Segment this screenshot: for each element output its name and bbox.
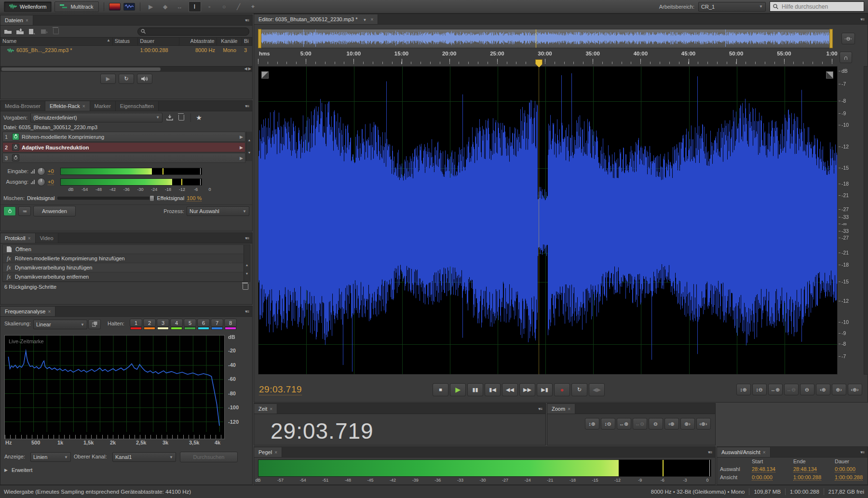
snap-magnet-button[interactable]: ∩ (840, 52, 852, 63)
top-channel-select[interactable]: Kanal1▼ (112, 452, 176, 462)
panel-menu-icon[interactable]: ▾≡ (242, 15, 252, 25)
mix-value[interactable]: 100 % (187, 195, 202, 202)
selection-start[interactable]: 28:48.134 (752, 466, 775, 472)
mix-slider[interactable] (57, 197, 155, 200)
panel-menu-icon[interactable]: ▾≡ (705, 447, 715, 457)
history-item[interactable]: Öffnen (3, 245, 250, 254)
panel-zoom-selection-button[interactable]: ‹⊕› (696, 418, 711, 430)
corner-grabber-icon[interactable] (826, 71, 833, 79)
clear-history-icon[interactable] (243, 284, 248, 290)
tab-effekte-rack[interactable]: Effekte-Rack× (45, 101, 90, 111)
scaling-select[interactable]: Linear▼ (33, 320, 87, 329)
copy-graph-button[interactable] (88, 319, 101, 329)
close-icon[interactable]: × (274, 450, 277, 455)
history-item[interactable]: fxDynamikverarbeitung entfernen (3, 272, 250, 282)
tab-dateien[interactable]: Dateien× (0, 15, 33, 25)
hold-button-3[interactable]: 3 (157, 319, 168, 326)
new-file-icon[interactable] (27, 28, 36, 35)
play-button[interactable]: ▶ (450, 383, 466, 396)
workspace-select[interactable]: CR_1 ▼ (698, 2, 766, 12)
fast-forward-button[interactable]: ▶▶ (519, 383, 535, 396)
close-icon[interactable]: × (82, 104, 85, 109)
output-gain-knob[interactable] (37, 178, 45, 186)
panel-zoom-out-time-button[interactable]: ↔⊖ (633, 418, 647, 430)
zoom-out-point-button[interactable]: ⊕› (832, 384, 846, 395)
close-icon[interactable]: × (28, 236, 31, 241)
chevron-down-icon[interactable]: ▼ (363, 18, 367, 22)
hold-button-8[interactable]: 8 (224, 319, 236, 326)
slip-tool[interactable]: ↔ (174, 2, 186, 12)
loop-playback-button[interactable]: ↻ (571, 383, 587, 396)
waveform-view-button[interactable]: Wellenform (4, 1, 52, 12)
hold-button-4[interactable]: 4 (170, 319, 182, 326)
tab-zeit[interactable]: Zeit× (254, 404, 277, 414)
waveform-display-button[interactable] (123, 2, 135, 12)
overview-left-handle[interactable] (258, 29, 261, 48)
spectral-display-button[interactable] (109, 2, 121, 12)
zoom-reset-button[interactable]: ⊖ (800, 384, 814, 395)
output-gain-value[interactable]: +0 (48, 179, 54, 185)
overview-right-handle[interactable] (829, 29, 833, 48)
input-gain-value[interactable]: +0 (48, 168, 54, 175)
input-gain-knob[interactable] (37, 167, 45, 175)
chevron-right-icon[interactable]: ▶ (240, 135, 243, 139)
hold-button-2[interactable]: 2 (143, 319, 155, 326)
timeline-ruler[interactable]: hms 5:0010:0015:0020:0025:0030:0035:0040… (258, 51, 837, 65)
open-file-icon[interactable] (3, 28, 12, 35)
lasso-selection-tool[interactable]: ○ (218, 2, 230, 12)
waveform-display[interactable] (258, 66, 838, 375)
loop-preview-button[interactable]: ↻ (119, 74, 134, 84)
pause-button[interactable]: ▮▮ (467, 383, 483, 396)
insert-multitrack-icon[interactable] (40, 28, 48, 35)
effects-scrollbar[interactable]: ▲▼ (246, 132, 252, 161)
current-time-display[interactable]: 29:03.719 (259, 384, 302, 395)
move-tool[interactable]: ▶ (145, 2, 157, 12)
view-duration[interactable]: 1:00:00.288 (835, 474, 863, 481)
panel-zoom-out-point-button[interactable]: ⊕› (680, 418, 695, 430)
razor-tool[interactable]: ◆ (160, 2, 171, 12)
tab-frequenzanalyse[interactable]: Frequenzanalyse× (0, 307, 55, 316)
panel-zoom-in-time-button[interactable]: ↔⊕ (617, 418, 631, 430)
tab-eigenschaften[interactable]: Eigenschaften (116, 101, 159, 111)
effect-slot-3[interactable]: 3 ▶ (2, 153, 245, 163)
amplitude-ruler[interactable]: dB-7-8-9-10-12-15-18-21-27-33-∞-33-27-21… (839, 66, 864, 374)
tab-auswahl-ansicht[interactable]: Auswahl/Ansicht× (717, 447, 771, 457)
close-icon[interactable]: × (568, 406, 570, 412)
zoom-in-point-button[interactable]: ‹⊕ (816, 384, 830, 395)
advanced-row[interactable]: ▶ Erweitert (4, 467, 32, 473)
selection-duration[interactable]: 0:00.000 (835, 466, 855, 472)
delete-file-icon[interactable] (52, 28, 60, 35)
multitrack-view-button[interactable]: Multitrack (54, 1, 98, 12)
history-item[interactable]: fxRöhren-modellierte Komprimierung hinzu… (3, 254, 250, 263)
effect-slot-2[interactable]: 2 Adaptive Rauschreduktion ▶ (2, 142, 245, 152)
close-icon[interactable]: × (26, 18, 28, 23)
close-icon[interactable]: × (48, 309, 51, 314)
rewind-button[interactable]: ◀◀ (502, 383, 518, 396)
effect-slot-1[interactable]: 1 Röhren-modellierte Komprimierung ▶ (2, 132, 245, 142)
time-selection-tool[interactable]: Ι (189, 1, 201, 12)
save-preset-icon[interactable] (165, 114, 174, 121)
big-time-display[interactable]: 29:03.719 (271, 418, 374, 444)
marquee-selection-tool[interactable]: ▫ (204, 2, 216, 12)
view-start[interactable]: 0:00.000 (752, 474, 773, 481)
panel-menu-icon[interactable]: ▾≡ (242, 101, 252, 111)
file-row[interactable]: 6035_Bh..._2230.mp3 * 1:00:00.288 8000 H… (0, 46, 252, 54)
hold-button-1[interactable]: 1 (130, 319, 141, 326)
history-scrollbar[interactable]: ▲▼ (244, 245, 250, 282)
zoom-out-amplitude-button[interactable]: ↕⊖ (752, 384, 767, 395)
rack-settings-button[interactable]: ≔ (18, 206, 31, 216)
zoom-selection-button[interactable]: ‹⊕› (848, 384, 862, 395)
chevron-right-icon[interactable]: ▶ (240, 145, 243, 150)
close-icon[interactable]: × (763, 450, 766, 455)
panel-menu-icon[interactable]: ▾≡ (242, 307, 252, 316)
corner-grabber-icon[interactable] (261, 71, 269, 79)
skip-selection-button[interactable]: ◀▶ (589, 383, 605, 396)
power-icon[interactable] (12, 154, 19, 162)
tab-video[interactable]: Video (36, 233, 58, 243)
power-icon[interactable] (12, 144, 19, 151)
zoom-reset-overview-button[interactable]: ·⊖· (841, 33, 855, 44)
help-search-input[interactable] (781, 3, 855, 11)
files-search-box[interactable] (137, 27, 249, 36)
zoom-out-time-button[interactable]: ↔⊖ (784, 384, 799, 395)
scrollbar-thumb[interactable] (1, 67, 161, 71)
